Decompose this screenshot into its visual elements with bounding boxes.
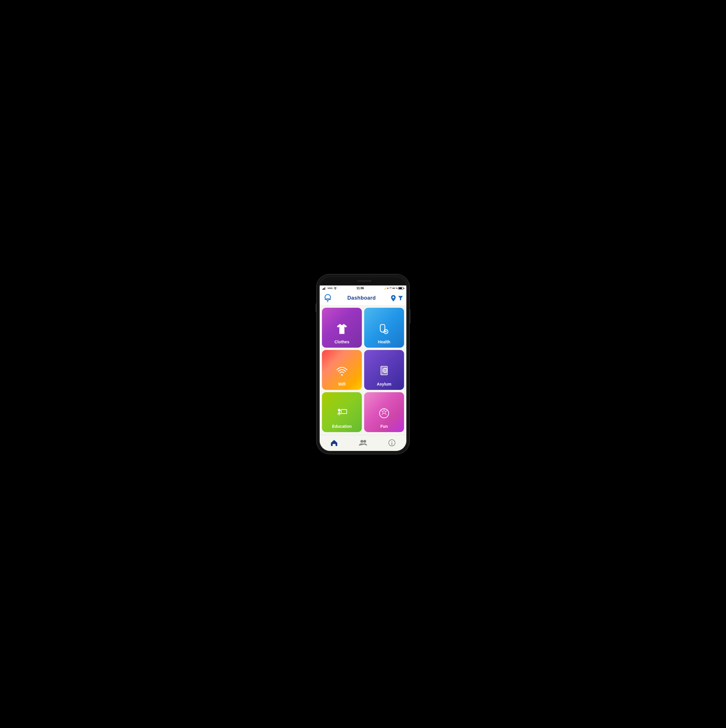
asylum-label: Asylum bbox=[377, 382, 392, 386]
signal-icon bbox=[323, 287, 326, 290]
svg-rect-22 bbox=[341, 410, 346, 414]
status-bar: VOO 11:06 🌙 ➤ ⏰ 82 % bbox=[320, 286, 406, 291]
info-icon bbox=[388, 439, 396, 447]
wifi-icon bbox=[336, 365, 348, 380]
clothes-tile[interactable]: Clothes bbox=[322, 308, 362, 348]
svg-line-30 bbox=[381, 411, 382, 412]
svg-rect-2 bbox=[324, 288, 325, 290]
carrier-label: VOO bbox=[328, 287, 332, 289]
phone-inner: VOO 11:06 🌙 ➤ ⏰ 82 % bbox=[320, 277, 406, 451]
clothes-icon bbox=[336, 323, 348, 338]
education-label: Education bbox=[332, 424, 352, 429]
speaker bbox=[357, 280, 369, 282]
location-arrow-icon: ➤ bbox=[387, 287, 389, 289]
health-tile[interactable]: Health bbox=[364, 308, 404, 348]
battery-fill bbox=[399, 288, 402, 289]
bottom-nav bbox=[320, 435, 406, 451]
health-icon bbox=[378, 323, 390, 338]
status-right: 🌙 ➤ ⏰ 82 % bbox=[383, 287, 403, 289]
svg-point-10 bbox=[341, 374, 343, 376]
front-camera bbox=[369, 280, 371, 282]
nav-home[interactable] bbox=[326, 437, 343, 448]
wifi-status-icon bbox=[334, 287, 337, 290]
fun-tile[interactable]: Fun bbox=[364, 392, 404, 432]
filter-icon[interactable] bbox=[398, 295, 403, 301]
nav-people[interactable] bbox=[354, 437, 372, 448]
app-header: Dashboard bbox=[320, 291, 406, 306]
phone-frame: VOO 11:06 🌙 ➤ ⏰ 82 % bbox=[317, 274, 409, 454]
home-icon bbox=[330, 439, 338, 447]
svg-rect-1 bbox=[323, 288, 324, 290]
battery-icon bbox=[398, 287, 403, 289]
clothes-label: Clothes bbox=[334, 340, 349, 344]
phone-top-bar bbox=[320, 277, 406, 286]
asylum-icon bbox=[378, 365, 390, 380]
svg-line-28 bbox=[385, 413, 386, 415]
battery-percent: 82 % bbox=[392, 287, 398, 289]
header-actions bbox=[391, 295, 403, 301]
svg-point-6 bbox=[392, 297, 394, 298]
location-pin-icon[interactable] bbox=[391, 295, 396, 301]
svg-marker-25 bbox=[383, 411, 386, 414]
svg-rect-3 bbox=[325, 287, 326, 290]
screen: VOO 11:06 🌙 ➤ ⏰ 82 % bbox=[320, 286, 406, 451]
asylum-tile[interactable]: Asylum bbox=[364, 350, 404, 390]
people-icon bbox=[359, 439, 367, 446]
page-title: Dashboard bbox=[348, 295, 376, 301]
svg-point-31 bbox=[360, 440, 363, 443]
category-grid: Clothes Health bbox=[320, 306, 406, 435]
nav-info[interactable] bbox=[383, 437, 400, 448]
education-tile[interactable]: Education bbox=[322, 392, 362, 432]
app-logo bbox=[323, 294, 332, 303]
education-icon bbox=[336, 407, 348, 422]
svg-point-9 bbox=[385, 331, 387, 332]
alarm-icon: ⏰ bbox=[389, 287, 392, 289]
wifi-label: Wifi bbox=[338, 382, 346, 386]
svg-point-34 bbox=[392, 441, 392, 442]
fun-label: Fun bbox=[380, 424, 388, 429]
health-label: Health bbox=[378, 340, 390, 344]
moon-icon: 🌙 bbox=[383, 287, 386, 289]
status-left: VOO bbox=[323, 287, 337, 290]
svg-point-32 bbox=[363, 440, 366, 443]
fun-icon bbox=[378, 407, 390, 422]
wifi-tile[interactable]: Wifi bbox=[322, 350, 362, 390]
svg-line-27 bbox=[386, 411, 387, 412]
svg-rect-12 bbox=[381, 366, 383, 375]
svg-rect-0 bbox=[323, 289, 323, 290]
status-time: 11:06 bbox=[356, 287, 364, 290]
svg-line-29 bbox=[382, 413, 383, 415]
